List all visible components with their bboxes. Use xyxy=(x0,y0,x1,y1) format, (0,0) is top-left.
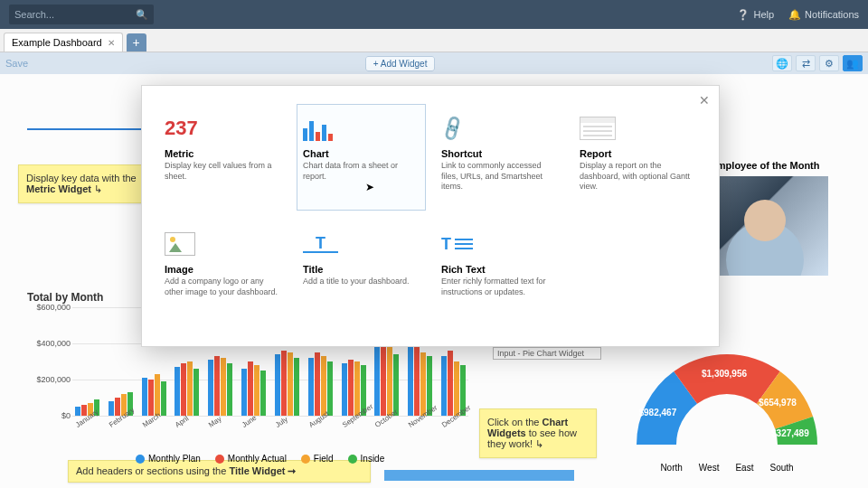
share-icon[interactable]: ⇄ xyxy=(796,55,816,71)
sticky-note-chart-hint: Click on the Chart Widgets to see how th… xyxy=(479,408,597,458)
widget-option-report[interactable]: Report Display a report on the dashboard… xyxy=(573,104,703,211)
save-button[interactable]: Save xyxy=(5,58,28,69)
mouse-cursor: ➤ xyxy=(365,181,374,193)
search-box[interactable]: 🔍 xyxy=(9,5,154,24)
donut-chart-legend: NorthWestEastSouth xyxy=(600,463,854,473)
dashboard-toolbar: Save + Add Widget 🌐 ⇄ ⚙ 👥 xyxy=(0,52,868,74)
search-input[interactable] xyxy=(14,9,132,20)
widget-option-chart[interactable]: Chart Chart data from a sheet or report. xyxy=(297,104,426,211)
top-bar: 🔍 ❔Help 🔔Notifications xyxy=(0,0,868,29)
close-icon[interactable]: ✕ xyxy=(108,38,115,48)
chart-icon xyxy=(303,116,333,141)
pie-chart-widget-placeholder[interactable]: Input - Pie Chart Widget xyxy=(493,347,601,360)
modal-close-button[interactable]: ✕ xyxy=(699,93,710,108)
footer-accent-bar xyxy=(384,470,574,481)
donut-chart[interactable]: $982,467$1,309,956$654,978$327,489 North… xyxy=(600,345,854,472)
bar-chart-legend: Monthly PlanMonthly ActualFieldInside xyxy=(136,454,384,464)
widget-option-title[interactable]: T Title Add a title to your dashboard. xyxy=(297,220,426,326)
notifications-link[interactable]: 🔔Notifications xyxy=(788,9,859,21)
tab-label: Example Dashboard xyxy=(12,37,102,48)
help-icon: ❔ xyxy=(737,9,750,21)
globe-icon[interactable]: 🌐 xyxy=(772,55,792,71)
metric-sample-number: 237 xyxy=(165,117,198,140)
widget-option-rich-text[interactable]: T Rich Text Enter richly formatted text … xyxy=(435,220,564,326)
add-tab-button[interactable]: + xyxy=(127,33,146,52)
link-icon: 🔗 xyxy=(438,113,468,143)
widget-option-metric[interactable]: 237 Metric Display key cell values from … xyxy=(158,104,288,211)
employee-of-the-month-widget[interactable]: Employee of the Month xyxy=(702,160,828,276)
report-icon xyxy=(580,117,616,140)
bar-chart-title: Total by Month xyxy=(27,291,103,304)
rich-text-icon: T xyxy=(441,235,473,254)
tab-strip: Example Dashboard ✕ + xyxy=(0,29,868,52)
employee-of-the-month-title: Employee of the Month xyxy=(702,160,828,171)
bell-icon: 🔔 xyxy=(788,9,801,21)
title-icon: T xyxy=(303,235,338,253)
widget-option-shortcut[interactable]: 🔗 Shortcut Link to commonly accessed fil… xyxy=(435,104,564,211)
search-icon[interactable]: 🔍 xyxy=(136,9,148,21)
users-icon[interactable]: 👥 xyxy=(843,55,863,71)
add-widget-button[interactable]: + Add Widget xyxy=(365,56,436,71)
add-widget-modal: ✕ 237 Metric Display key cell values fro… xyxy=(141,85,720,347)
help-link[interactable]: ❔Help xyxy=(737,9,774,21)
tab-example-dashboard[interactable]: Example Dashboard ✕ xyxy=(4,33,123,52)
dashboard-canvas: Display key data with the Metric Widget … xyxy=(0,74,868,488)
widget-option-image[interactable]: Image Add a company logo or any other im… xyxy=(158,220,288,326)
employee-photo xyxy=(702,176,828,276)
image-icon xyxy=(165,232,195,256)
gear-icon[interactable]: ⚙ xyxy=(819,55,839,71)
